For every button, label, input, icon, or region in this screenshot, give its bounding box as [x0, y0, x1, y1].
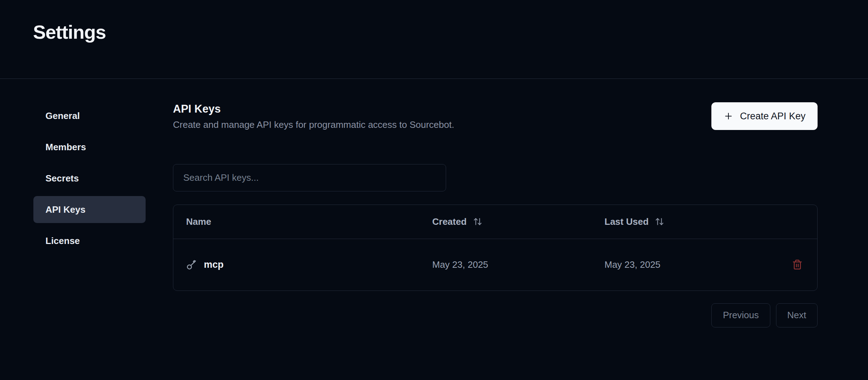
column-header-name: Name — [173, 216, 432, 227]
last-used-date-cell: May 23, 2025 — [604, 259, 777, 270]
page-title: Settings — [33, 21, 868, 44]
settings-sidebar: General Members Secrets API Keys License — [33, 102, 146, 327]
sidebar-item-secrets[interactable]: Secrets — [33, 165, 146, 192]
previous-page-button[interactable]: Previous — [711, 303, 770, 327]
page-header: Settings — [0, 0, 868, 79]
section-description: Create and manage API keys for programma… — [173, 119, 454, 131]
api-key-name-cell: mcp — [173, 259, 432, 270]
table-header-row: Name Created Last Used — [173, 205, 817, 239]
api-keys-table: Name Created Last Used — [173, 205, 818, 291]
column-header-last-used-label: Last Used — [604, 216, 649, 227]
column-header-last-used-sort[interactable]: Last Used — [604, 216, 664, 227]
plus-icon — [723, 111, 733, 121]
created-date-cell: May 23, 2025 — [432, 259, 604, 270]
arrow-up-down-icon — [473, 217, 482, 226]
settings-page: Settings General Members Secrets API Key… — [0, 0, 868, 380]
search-input[interactable] — [173, 164, 446, 191]
table-row: mcp May 23, 2025 May 23, 2025 — [173, 239, 817, 291]
column-header-created-label: Created — [432, 216, 467, 227]
next-page-button[interactable]: Next — [776, 303, 818, 327]
sidebar-item-license[interactable]: License — [33, 227, 146, 254]
column-header-created-sort[interactable]: Created — [432, 216, 482, 227]
create-api-key-button[interactable]: Create API Key — [711, 102, 818, 130]
pagination: Previous Next — [173, 303, 818, 327]
section-header: API Keys Create and manage API keys for … — [173, 102, 818, 131]
api-key-name: mcp — [204, 259, 224, 270]
create-api-key-label: Create API Key — [740, 111, 805, 122]
row-actions-cell — [777, 257, 817, 272]
trash-icon — [792, 259, 803, 270]
section-header-text: API Keys Create and manage API keys for … — [173, 102, 454, 131]
arrow-up-down-icon — [655, 217, 664, 226]
key-icon — [186, 259, 197, 270]
sidebar-item-api-keys[interactable]: API Keys — [33, 196, 146, 223]
sidebar-item-members[interactable]: Members — [33, 134, 146, 161]
delete-api-key-button[interactable] — [790, 257, 805, 272]
section-title: API Keys — [173, 102, 454, 116]
settings-body: General Members Secrets API Keys License… — [0, 79, 868, 327]
api-keys-section: API Keys Create and manage API keys for … — [173, 102, 818, 327]
sidebar-item-general[interactable]: General — [33, 102, 146, 129]
